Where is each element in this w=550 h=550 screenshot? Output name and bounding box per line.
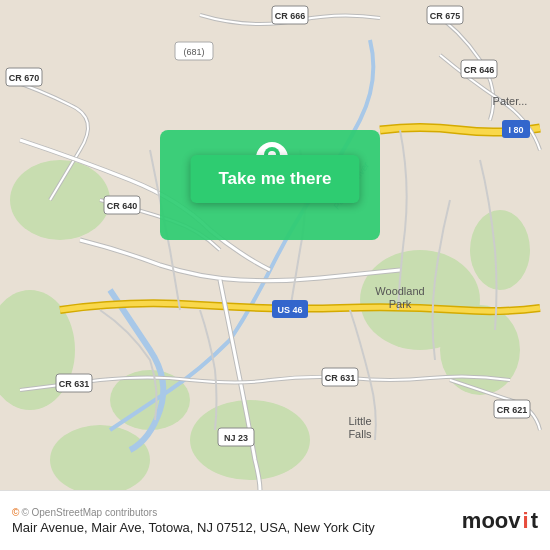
svg-text:CR 675: CR 675	[430, 11, 461, 21]
svg-text:Little: Little	[348, 415, 371, 427]
bottom-info: © © OpenStreetMap contributors Mair Aven…	[12, 507, 462, 535]
attribution-text: © OpenStreetMap contributors	[21, 507, 157, 518]
svg-text:Park: Park	[389, 298, 412, 310]
moovit-logo: moovit	[462, 508, 538, 534]
svg-text:CR 640: CR 640	[107, 201, 138, 211]
svg-text:CR 646: CR 646	[464, 65, 495, 75]
svg-text:Pater...: Pater...	[493, 95, 528, 107]
svg-text:Falls: Falls	[348, 428, 372, 440]
svg-text:CR 631: CR 631	[325, 373, 356, 383]
svg-text:(681): (681)	[183, 47, 204, 57]
svg-text:CR 631: CR 631	[59, 379, 90, 389]
take-me-there-button[interactable]: Take me there	[190, 155, 359, 203]
svg-point-4	[10, 160, 110, 240]
moovit-t: t	[531, 508, 538, 534]
svg-text:CR 666: CR 666	[275, 11, 306, 21]
moovit-text: moov	[462, 508, 521, 534]
osm-logo: ©	[12, 507, 19, 518]
svg-text:US 46: US 46	[277, 305, 302, 315]
bottom-bar: © © OpenStreetMap contributors Mair Aven…	[0, 490, 550, 550]
svg-text:CR 621: CR 621	[497, 405, 528, 415]
svg-text:CR 670: CR 670	[9, 73, 40, 83]
svg-text:Woodland: Woodland	[375, 285, 424, 297]
svg-text:NJ 23: NJ 23	[224, 433, 248, 443]
map-container: CR 666 (681) CR 675 CR 670 CR 646 CR 640…	[0, 0, 550, 490]
svg-text:I 80: I 80	[508, 125, 523, 135]
address-text: Mair Avenue, Mair Ave, Totowa, NJ 07512,…	[12, 520, 462, 535]
svg-point-3	[470, 210, 530, 290]
attribution: © © OpenStreetMap contributors	[12, 507, 462, 518]
moovit-i: i	[523, 508, 529, 534]
